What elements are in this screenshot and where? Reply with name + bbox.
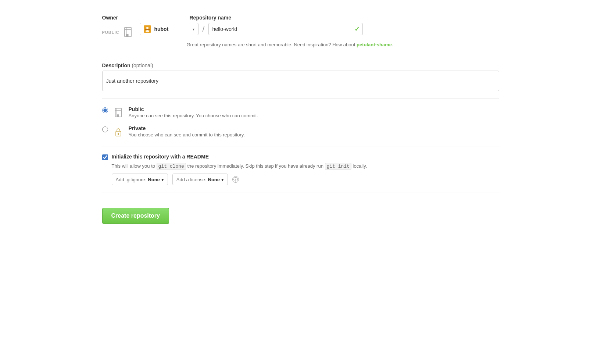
divider-4: [102, 193, 499, 193]
radio-private[interactable]: [102, 126, 108, 132]
field-labels-row: Owner Repository name: [102, 15, 499, 21]
svg-rect-3: [126, 34, 129, 37]
hint-text-after: .: [392, 42, 393, 47]
valid-checkmark-icon: ✓: [354, 25, 360, 33]
page-container: Owner Repository name PUBLIC: [80, 0, 521, 239]
svg-point-6: [146, 30, 149, 32]
svg-rect-7: [145, 29, 150, 30]
svg-rect-13: [118, 133, 119, 135]
git-clone-code: git clone: [157, 163, 186, 170]
repo-book-icon: [122, 26, 134, 39]
owner-dropdown[interactable]: hubot ▾: [140, 23, 198, 35]
gitignore-dropdown[interactable]: Add .gitignore: None ▾: [112, 174, 168, 185]
dropdowns-row: Add .gitignore: None ▾ Add a license: No…: [112, 174, 499, 185]
private-title[interactable]: Private: [129, 125, 245, 131]
readme-checkbox[interactable]: [102, 154, 108, 160]
public-desc: Anyone can see this repository. You choo…: [129, 113, 258, 118]
description-label-text: Description: [102, 63, 130, 68]
radio-public[interactable]: [102, 107, 108, 113]
divider-1: [102, 55, 499, 55]
readme-desc-before: This will allow you to: [112, 163, 157, 169]
repo-name-input[interactable]: [208, 23, 363, 35]
repo-name-label: Repository name: [190, 15, 232, 21]
divider-3: [102, 146, 499, 146]
hint-suggestion-link[interactable]: petulant-shame: [357, 42, 392, 47]
gitignore-chevron-icon: ▾: [161, 177, 164, 182]
public-repo-icon: [112, 106, 124, 119]
git-init-code: git init: [325, 163, 351, 170]
owner-repo-row: PUBLIC hubot ▾: [102, 23, 499, 39]
chevron-down-icon: ▾: [193, 27, 194, 31]
visibility-option-public: Public Anyone can see this repository. Y…: [102, 106, 499, 119]
private-desc: You choose who can see and commit to thi…: [129, 132, 245, 138]
readme-desc-middle: the repository immediately. Skip this st…: [186, 163, 325, 169]
hint-text-before: Great repository names are short and mem…: [187, 42, 357, 47]
create-repository-button[interactable]: Create repository: [102, 208, 169, 224]
description-section: Description (optional): [102, 63, 499, 91]
readme-title[interactable]: Initialize this repository with a README: [112, 154, 209, 160]
owner-avatar: [144, 25, 151, 33]
gitignore-label-prefix: Add .gitignore:: [116, 177, 147, 182]
owner-label-wrap: Owner: [102, 15, 176, 21]
license-value: None: [208, 177, 220, 182]
readme-section: Initialize this repository with a README…: [102, 154, 499, 185]
license-label-prefix: Add a license:: [176, 177, 207, 182]
svg-point-5: [146, 27, 149, 29]
private-option-text: Private You choose who can see and commi…: [129, 125, 245, 138]
description-optional-text: (optional): [132, 63, 153, 68]
public-option-text: Public Anyone can see this repository. Y…: [129, 106, 258, 118]
owner-label: Owner: [102, 15, 118, 21]
readme-row: Initialize this repository with a README: [102, 154, 499, 160]
visibility-section: Public Anyone can see this repository. Y…: [102, 106, 499, 139]
description-label: Description (optional): [102, 63, 499, 68]
repo-name-label-wrap: Repository name: [190, 15, 232, 21]
readme-description: This will allow you to git clone the rep…: [112, 163, 499, 169]
description-input[interactable]: [102, 71, 499, 91]
repo-name-hint: Great repository names are short and mem…: [187, 42, 499, 47]
repo-name-input-wrap: ✓: [208, 23, 363, 35]
public-label: PUBLIC: [102, 30, 119, 35]
readme-desc-after: locally.: [351, 163, 367, 169]
visibility-option-private: Private You choose who can see and commi…: [102, 125, 499, 139]
license-info-icon[interactable]: ⓘ: [232, 176, 239, 183]
public-title[interactable]: Public: [129, 106, 258, 112]
divider-2: [102, 99, 499, 99]
public-badge-area: PUBLIC: [102, 26, 134, 39]
license-chevron-icon: ▾: [221, 177, 224, 182]
private-lock-icon: [112, 125, 124, 139]
license-dropdown[interactable]: Add a license: None ▾: [172, 174, 228, 185]
slash-divider: /: [198, 23, 208, 35]
svg-rect-11: [117, 114, 119, 117]
gitignore-value: None: [148, 177, 160, 182]
owner-name: hubot: [154, 26, 190, 32]
